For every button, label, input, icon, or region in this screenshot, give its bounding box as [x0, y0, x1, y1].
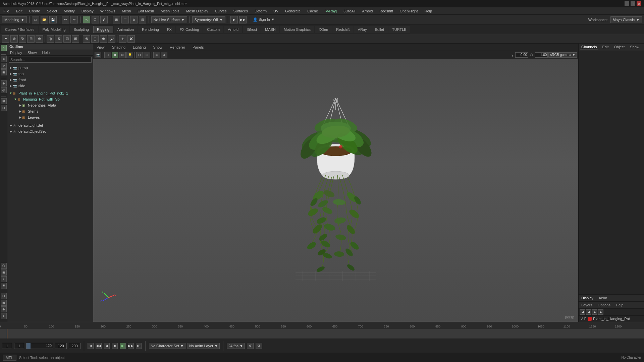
vp-menu-view[interactable]: View: [95, 45, 107, 50]
gamma-field[interactable]: [515, 52, 528, 58]
tree-item-leaves[interactable]: ▶ ⊞ Leaves: [7, 114, 93, 120]
bottom-tool4[interactable]: ≡: [1, 313, 7, 319]
options-icon-button[interactable]: ≡: [1, 276, 7, 282]
vt-panels-btn[interactable]: ⊡: [136, 52, 143, 58]
go-end-button[interactable]: ⏭: [136, 343, 142, 349]
vp-menu-show[interactable]: Show: [151, 45, 165, 50]
snap-surface-button[interactable]: ⊟: [139, 16, 146, 23]
tab-vray[interactable]: VRay: [354, 26, 371, 33]
character-set-dropdown[interactable]: No Character Set ▼: [149, 343, 185, 349]
tab-curves-surfaces[interactable]: Curves / Surfaces: [1, 26, 38, 33]
tree-item-plant-root[interactable]: ▼ ⊞ Plant_in_Hanging_Pot_ncl1_1: [7, 90, 93, 96]
tool-deform[interactable]: ⊞: [72, 35, 79, 43]
vp-menu-renderer[interactable]: Renderer: [168, 45, 187, 50]
help-layers-menu[interactable]: Help: [614, 302, 625, 308]
timeline-bar[interactable]: [0, 329, 644, 339]
object-tab[interactable]: Object: [612, 44, 626, 50]
timeline-range-bar[interactable]: 120: [26, 343, 53, 349]
tab-redshift[interactable]: Redshift: [332, 26, 353, 33]
vt-light-btn[interactable]: 💡: [126, 52, 133, 58]
anim-layer-dropdown[interactable]: No Anim Layer ▼: [187, 343, 220, 349]
tab-arnold[interactable]: Arnold: [224, 26, 242, 33]
viewport-canvas[interactable]: persp X Y Z: [93, 59, 578, 322]
tab-motion-graphics[interactable]: Motion Graphics: [280, 26, 314, 33]
tool-soft-select[interactable]: ◎: [47, 35, 54, 43]
menu-surfaces[interactable]: Surfaces: [232, 8, 249, 14]
tab-custom[interactable]: Custom: [203, 26, 223, 33]
play-forward-button[interactable]: ▶: [120, 343, 126, 349]
menu-modify[interactable]: Modify: [62, 8, 76, 14]
outliner-help-menu[interactable]: Help: [40, 50, 53, 55]
layer-next-btn[interactable]: ▶: [592, 309, 597, 315]
tree-item-persp[interactable]: ▶ 📷 persp: [7, 65, 93, 71]
channels-tab[interactable]: Channels: [580, 44, 598, 50]
rotate-tool-button[interactable]: ↻: [1, 63, 7, 69]
layer-prev2-btn[interactable]: ◀: [586, 309, 591, 315]
vt-wireframe-btn[interactable]: □: [104, 52, 111, 58]
tool-minus[interactable]: ✕: [127, 35, 135, 43]
minimize-button[interactable]: ─: [625, 1, 629, 6]
snap-grid-button[interactable]: ⊞: [113, 16, 120, 23]
tab-fx-caching[interactable]: FX Caching: [176, 26, 203, 33]
select-tool-button[interactable]: ↖: [1, 45, 7, 51]
tool-rotate[interactable]: ↻: [19, 35, 26, 43]
tab-poly-modeling[interactable]: Poly Modeling: [39, 26, 69, 33]
stop-button[interactable]: ■: [112, 343, 118, 349]
menu-select[interactable]: Select: [46, 8, 59, 14]
tool-select[interactable]: ✦: [2, 35, 9, 43]
open-button[interactable]: 📂: [41, 16, 48, 23]
colorspace-dropdown[interactable]: sRGB gamma ▼: [548, 52, 577, 58]
tool-paint-weights[interactable]: 🖌: [108, 35, 115, 43]
select-mode-button[interactable]: ↖: [83, 16, 90, 23]
frame-start-field[interactable]: [2, 343, 12, 349]
tab-animation[interactable]: Animation: [114, 26, 138, 33]
timeline-ruler[interactable]: 0501001502002503003504004505005506006507…: [0, 322, 644, 329]
bottom-tool3[interactable]: ⊛: [1, 306, 7, 312]
snap-button[interactable]: ⊛: [1, 80, 7, 86]
fps-dropdown[interactable]: 24 fps ▼: [227, 343, 245, 349]
layer-prev-btn[interactable]: ◀: [580, 309, 585, 315]
tool-mirror[interactable]: ⊠: [55, 35, 62, 43]
step-forward-button[interactable]: ▶▶: [128, 343, 134, 349]
vt-iso-btn[interactable]: ◈: [161, 52, 167, 58]
snap-curve-button[interactable]: ⌒: [121, 16, 129, 23]
mode-selector[interactable]: Modeling ▼: [2, 16, 27, 23]
tool-move[interactable]: ⊕: [10, 35, 18, 43]
show-manip-button[interactable]: ⊠: [1, 98, 7, 104]
tab-bullet[interactable]: Bullet: [371, 26, 388, 33]
menu-edit[interactable]: Edit: [15, 8, 24, 14]
tree-item-top[interactable]: ▶ 📷 top: [7, 71, 93, 77]
menu-3dtoall[interactable]: 3DtoAll: [342, 8, 357, 14]
tool-sk-weight[interactable]: ⊕: [100, 35, 107, 43]
options-menu[interactable]: Options: [596, 302, 612, 308]
paint-select-button[interactable]: 🖌: [100, 16, 108, 23]
grid-icon-button[interactable]: ⊞: [1, 269, 7, 276]
vp-menu-lighting[interactable]: Lighting: [131, 45, 148, 50]
tab-sculpting[interactable]: Sculpting: [70, 26, 93, 33]
menu-generate[interactable]: Generate: [284, 8, 302, 14]
vp-menu-panels[interactable]: Panels: [191, 45, 206, 50]
snap-point-button[interactable]: ⊕: [130, 16, 138, 23]
scale-tool-button[interactable]: ⊞: [1, 69, 7, 75]
show-tab[interactable]: Show: [629, 44, 641, 50]
menu-mesh-display[interactable]: Mesh Display: [185, 8, 210, 14]
tab-fx[interactable]: FX: [163, 26, 175, 33]
undo-button[interactable]: ↩: [62, 16, 69, 23]
outliner-show-menu[interactable]: Show: [25, 50, 40, 55]
vt-smooth-btn[interactable]: ■: [112, 52, 118, 58]
anim-layers-tab[interactable]: Anim: [597, 295, 608, 301]
symmetry-dropdown[interactable]: Symmetry: Off ▼: [192, 16, 225, 23]
render-seq-button[interactable]: ▶▶: [239, 16, 247, 23]
outliner-display-menu[interactable]: Display: [7, 50, 25, 55]
tool-lattice[interactable]: ⊡: [63, 35, 71, 43]
go-start-button[interactable]: ⏮: [88, 343, 94, 349]
redo-button[interactable]: ↪: [70, 16, 78, 23]
layer-next2-btn[interactable]: ▶: [598, 309, 603, 315]
menu-openflight[interactable]: OpenFlight: [398, 8, 419, 14]
vt-hud-btn[interactable]: ⊛: [153, 52, 160, 58]
menu-edit-mesh[interactable]: Edit Mesh: [136, 8, 155, 14]
edit-tab[interactable]: Edit: [601, 44, 610, 50]
bottom-tool2[interactable]: ⊞: [1, 300, 7, 306]
frame-current-field[interactable]: [14, 343, 24, 349]
save-button[interactable]: 💾: [49, 16, 57, 23]
